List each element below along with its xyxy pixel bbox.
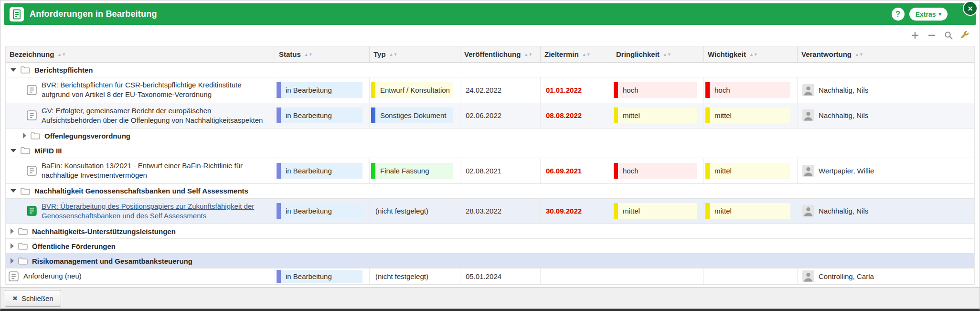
- chip-label: Entwurf / Konsultation: [375, 82, 453, 98]
- schliessen-label: Schließen: [21, 294, 53, 302]
- chevron-down-icon: ▾: [938, 11, 941, 17]
- footer: ✖ Schließen: [0, 287, 980, 309]
- bezeichnung-cell: BaFin: Konsultation 13/2021 - Entwurf ei…: [6, 158, 275, 183]
- requirement-row[interactable]: BVR: Überarbeitung des Positionspapiers …: [6, 199, 974, 225]
- folder-icon: [21, 187, 30, 195]
- chip-color-bar: [614, 203, 618, 219]
- group-row[interactable]: Berichtspflichten: [6, 63, 974, 77]
- column-header-typ[interactable]: Typ▲▼: [370, 46, 460, 62]
- folder-icon: [21, 66, 30, 74]
- group-row[interactable]: Nachhaltigkeit Genossenschaftsbanken und…: [6, 184, 974, 199]
- sort-arrows-icon[interactable]: ▲▼: [582, 52, 591, 57]
- avatar-icon: [802, 165, 814, 177]
- dringlichkeit-cell: mittel: [612, 103, 704, 129]
- target-date: 06.09.2021: [546, 167, 582, 175]
- requirement-name[interactable]: BVR: Überarbeitung des Positionspapiers …: [42, 202, 270, 221]
- group-row[interactable]: Risikomanagement und Gesamtbanksteuerung: [6, 254, 974, 268]
- column-label: Dringlichkeit: [616, 50, 660, 58]
- verantwortung-cell: Controlling, Carla: [798, 268, 974, 284]
- publication-date: 02.08.2021: [466, 167, 501, 175]
- group-cell: MiFID III: [6, 143, 974, 158]
- column-header-bezeichnung[interactable]: Bezeichnung▲▼: [6, 46, 275, 62]
- bezeichnung-cell: Anforderung (neu): [6, 268, 275, 284]
- column-label: Veröffentlichung: [464, 50, 521, 58]
- value-chip: mittel: [614, 107, 697, 123]
- toolbar: [0, 25, 980, 46]
- chip-color-bar: [277, 270, 281, 283]
- publication-date: 24.02.2022: [466, 86, 501, 94]
- verantwortung-cell: Nachhaltig, Nils: [798, 199, 974, 224]
- group-label: Offenlegungsverordnung: [44, 132, 130, 140]
- column-header-dringlichkeit[interactable]: Dringlichkeit▲▼: [612, 46, 704, 62]
- extras-button[interactable]: Extras ▾: [909, 8, 948, 21]
- search-icon[interactable]: [944, 31, 953, 40]
- sort-arrows-icon[interactable]: ▲▼: [749, 52, 758, 57]
- sort-arrows-icon[interactable]: ▲▼: [57, 52, 66, 57]
- requirement-row[interactable]: Anforderung (neu)in Bearbeitung(nicht fe…: [6, 268, 974, 285]
- bezeichnung-cell: BVR: Überarbeitung des Positionspapiers …: [6, 199, 275, 224]
- requirement-icon: [27, 206, 37, 216]
- column-header-status[interactable]: Status▲▼: [275, 46, 370, 62]
- requirement-name[interactable]: BVR: Berichtspflichten für CSR-berichtsp…: [42, 80, 270, 100]
- group-row[interactable]: Öffentliche Förderungen: [6, 239, 974, 254]
- sort-arrows-icon[interactable]: ▲▼: [524, 52, 533, 57]
- expand-arrow-icon[interactable]: [11, 243, 14, 249]
- close-button[interactable]: ✕: [964, 2, 977, 15]
- group-cell: Offenlegungsverordnung: [6, 129, 974, 143]
- requirement-name[interactable]: BaFin: Konsultation 13/2021 - Entwurf ei…: [42, 161, 270, 181]
- group-row[interactable]: Nachhaltigkeits-Unterstützungsleistungen: [6, 224, 974, 239]
- requirement-name[interactable]: GV: Erfolgter, gemeinsamer Bericht der e…: [42, 106, 270, 126]
- group-cell: Nachhaltigkeits-Unterstützungsleistungen: [6, 224, 974, 238]
- minus-icon[interactable]: [927, 31, 937, 40]
- dringlichkeit-cell: hoch: [612, 77, 704, 103]
- requirement-row[interactable]: GV: Erfolgter, gemeinsamer Bericht der e…: [6, 103, 974, 129]
- requirements-window: Anforderungen in Bearbeitung ? Extras ▾ …: [0, 0, 980, 311]
- value-chip: in Bearbeitung: [277, 270, 362, 283]
- help-button[interactable]: ?: [892, 8, 905, 21]
- wrench-icon[interactable]: [960, 31, 970, 40]
- sort-arrows-icon[interactable]: ▲▼: [304, 52, 313, 57]
- sort-arrows-icon[interactable]: ▲▼: [389, 52, 398, 57]
- expand-arrow-icon[interactable]: [11, 258, 14, 264]
- collapse-arrow-icon[interactable]: [11, 189, 16, 193]
- group-row[interactable]: Offenlegungsverordnung: [6, 129, 974, 143]
- column-header-wichtigkeit[interactable]: Wichtigkeit▲▼: [704, 46, 798, 62]
- close-x-icon: ✖: [12, 295, 18, 302]
- expand-arrow-icon[interactable]: [11, 228, 14, 234]
- chip-label: in Bearbeitung: [281, 270, 362, 283]
- column-label: Bezeichnung: [10, 50, 54, 58]
- typ-cell: (nicht festgelegt): [370, 268, 460, 284]
- collapse-arrow-icon[interactable]: [11, 68, 16, 72]
- typ-cell: Finale Fassung: [370, 158, 460, 183]
- expand-arrow-icon[interactable]: [23, 133, 26, 139]
- chip-color-bar: [277, 107, 281, 123]
- group-row[interactable]: MiFID III: [6, 143, 974, 158]
- column-header-veroeffentlichung[interactable]: Veröffentlichung▲▼: [460, 46, 541, 62]
- group-label: Risikomanagement und Gesamtbanksteuerung: [32, 257, 192, 265]
- collapse-arrow-icon[interactable]: [11, 149, 16, 152]
- column-label: Verantwortung: [801, 50, 852, 58]
- wichtigkeit-cell: mittel: [704, 199, 798, 224]
- veroeffentlichung-cell: 24.02.2022: [460, 77, 541, 103]
- sort-arrows-icon[interactable]: ▲▼: [663, 52, 671, 57]
- status-cell: in Bearbeitung: [275, 103, 370, 129]
- dringlichkeit-cell: hoch: [612, 158, 704, 183]
- plus-icon[interactable]: [910, 31, 920, 40]
- chip-label: Sonstiges Dokument: [375, 107, 453, 123]
- chip-color-bar: [614, 163, 618, 179]
- column-header-zieltermin[interactable]: Zieltermin▲▼: [541, 46, 612, 62]
- requirement-icon: [27, 85, 37, 95]
- folder-icon: [18, 257, 28, 265]
- responsible-name: Nachhaltig, Nils: [819, 86, 868, 94]
- chip-color-bar: [614, 82, 618, 98]
- typ-cell: Sonstiges Dokument: [370, 103, 460, 129]
- sort-arrows-icon[interactable]: ▲▼: [855, 52, 863, 57]
- schliessen-button[interactable]: ✖ Schließen: [5, 290, 61, 307]
- group-label: Nachhaltigkeit Genossenschaftsbanken und…: [34, 187, 248, 195]
- value-chip: hoch: [705, 82, 790, 98]
- requirement-name[interactable]: Anforderung (neu): [23, 271, 82, 281]
- requirement-row[interactable]: BaFin: Konsultation 13/2021 - Entwurf ei…: [6, 158, 974, 184]
- titlebar-actions: ? Extras ▾: [892, 8, 948, 21]
- requirement-row[interactable]: BVR: Berichtspflichten für CSR-berichtsp…: [6, 77, 974, 103]
- column-header-verantwortung[interactable]: Verantwortung▲▼: [798, 46, 974, 62]
